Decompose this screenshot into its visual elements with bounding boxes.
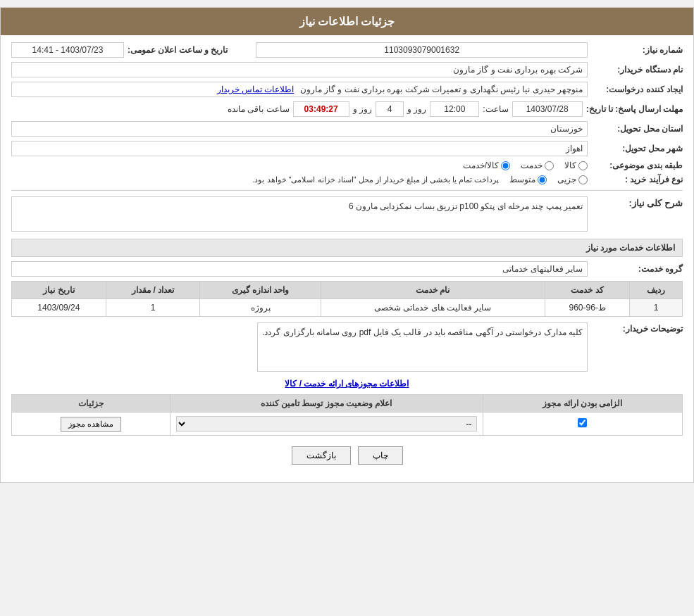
requester-label: ایجاد کننده درخواست: <box>591 84 683 94</box>
contact-link[interactable]: اطلاعات تماس خریدار <box>217 84 295 94</box>
response-date: 1403/07/28 <box>512 101 583 117</box>
announce-date-label: تاریخ و ساعت اعلان عمومی: <box>128 45 228 55</box>
back-button[interactable]: بازگشت <box>292 446 351 465</box>
buyer-notes-label: توضیحات خریدار: <box>591 322 683 334</box>
buyer-org-label: نام دستگاه خریدار: <box>591 65 683 75</box>
purchase-type-note: پرداخت تمام یا بخشی از مبلغ خریدار از مح… <box>252 175 499 184</box>
purchase-motevaset: متوسط <box>509 175 547 184</box>
province-value: خوزستان <box>11 121 588 137</box>
service-qty: 1 <box>106 299 200 317</box>
city-label: شهر محل تحویل: <box>591 144 683 153</box>
buyer-org-row: نام دستگاه خریدار: شرکت بهره برداری نفت … <box>11 62 683 77</box>
purchase-type-label: نوع فرآیند خرید : <box>591 175 683 184</box>
category-khedmat-radio[interactable] <box>545 161 554 170</box>
col-qty: تعداد / مقدار <box>106 282 200 299</box>
category-row: طبقه بندی موضوعی: کالا خدمت کالا/خدمت <box>11 161 683 170</box>
perm-status-select[interactable]: -- <box>176 416 477 432</box>
permissions-table: الزامی بودن ارائه مجوز اعلام وضعیت مجوز … <box>11 394 683 436</box>
category-khedmat: خدمت <box>521 161 554 170</box>
requester-row: ایجاد کننده درخواست: منوچهر حیدری نیا رئ… <box>11 82 683 97</box>
perm-status-cell: -- <box>170 413 483 436</box>
category-label: طبقه بندی موضوعی: <box>591 161 683 170</box>
response-days-label: روز و <box>407 104 426 114</box>
col-row: ردیف <box>630 282 683 299</box>
category-kala-radio[interactable] <box>578 161 588 170</box>
perm-detail-cell: مشاهده مجوز <box>12 413 171 436</box>
need-description-value: تعمیر پمپ چند مرحله ای پتکو p100 تزریق ب… <box>11 196 588 232</box>
response-time: 12:00 <box>430 101 479 117</box>
service-unit: پروژه <box>200 299 321 317</box>
category-radio-group: کالا خدمت کالا/خدمت <box>463 161 588 170</box>
services-table: ردیف کد خدمت نام خدمت واحد اندازه گیری ت… <box>11 281 683 317</box>
service-group-row: گروه خدمت: سایر فعالیتهای خدماتی <box>11 261 683 277</box>
category-kala-khedmat: کالا/خدمت <box>463 161 510 170</box>
page-container: جزئیات اطلاعات نیاز شماره نیاز: 11030930… <box>0 7 694 483</box>
service-code: ط-96-960 <box>545 299 629 317</box>
print-button[interactable]: چاپ <box>358 446 403 465</box>
category-kala: کالا <box>564 161 588 170</box>
action-buttons: چاپ بازگشت <box>11 446 683 465</box>
purchase-jozee-label: جزیی <box>557 175 576 184</box>
need-description-label: شرح کلی نیاز: <box>591 196 683 208</box>
permissions-title[interactable]: اطلاعات مجوزهای ارائه خدمت / کالا <box>11 379 683 389</box>
response-days: 4 <box>376 101 404 117</box>
category-kala-khedmat-label: کالا/خدمت <box>463 161 499 170</box>
permissions-section: اطلاعات مجوزهای ارائه خدمت / کالا الزامی… <box>11 379 683 436</box>
purchase-motevaset-radio[interactable] <box>538 175 547 184</box>
announce-date-value: 1403/07/23 - 14:41 <box>11 42 124 58</box>
service-group-label: گروه خدمت: <box>591 264 683 274</box>
purchase-type-row: نوع فرآیند خرید : جزیی متوسط پرداخت تمام… <box>11 175 683 184</box>
perm-col-status: اعلام وضعیت مجوز توسط تامین کننده <box>170 395 483 413</box>
need-number-row: شماره نیاز: 1103093079001632 تاریخ و ساع… <box>11 42 683 58</box>
province-label: استان محل تحویل: <box>591 124 683 134</box>
buyer-notes-row: توضیحات خریدار: کلیه مدارک درخواستی در آ… <box>11 322 683 372</box>
buyer-org-value: شرکت بهره برداری نفت و گاز مارون <box>11 62 588 77</box>
need-description-row: شرح کلی نیاز: تعمیر پمپ چند مرحله ای پتک… <box>11 196 683 232</box>
response-time-label: ساعت: <box>483 104 508 114</box>
perm-col-details: جزئیات <box>12 395 171 413</box>
service-date: 1403/09/24 <box>12 299 106 317</box>
response-deadline-row: مهلت ارسال پاسخ: تا تاریخ: 1403/07/28 سا… <box>11 101 683 117</box>
perm-required-checkbox[interactable] <box>578 418 587 427</box>
perm-required-cell <box>483 413 682 436</box>
col-name: نام خدمت <box>321 282 545 299</box>
service-row: 1 ط-96-960 سایر فعالیت های خدماتی شخصی پ… <box>12 299 683 317</box>
permission-row: -- مشاهده مجوز <box>12 413 683 436</box>
province-row: استان محل تحویل: خوزستان <box>11 121 683 137</box>
perm-col-required: الزامی بودن ارائه مجوز <box>483 395 682 413</box>
response-remaining-label-text: روز و <box>353 104 372 114</box>
city-row: شهر محل تحویل: اهواز <box>11 141 683 156</box>
services-section-title: اطلاعات خدمات مورد نیاز <box>11 239 683 257</box>
purchase-jozee: جزیی <box>557 175 588 184</box>
category-khedmat-label: خدمت <box>521 161 543 170</box>
response-deadline-label: مهلت ارسال پاسخ: تا تاریخ: <box>586 104 683 114</box>
city-value: اهواز <box>11 141 588 156</box>
page-title: جزئیات اطلاعات نیاز <box>1 8 693 35</box>
service-row-num: 1 <box>630 299 683 317</box>
view-permission-button[interactable]: مشاهده مجوز <box>61 417 121 432</box>
purchase-type-radio-group: جزیی متوسط <box>509 175 588 184</box>
requester-value: منوچهر حیدری نیا رئیس نگهداری و تعمیرات … <box>11 82 588 97</box>
purchase-motevaset-label: متوسط <box>509 175 535 184</box>
response-remaining: 03:49:27 <box>293 101 349 117</box>
remaining-hours-label: ساعت باقی مانده <box>228 104 290 114</box>
need-number-label: شماره نیاز: <box>591 45 683 55</box>
need-number-value: 1103093079001632 <box>256 42 588 58</box>
purchase-jozee-radio[interactable] <box>578 175 588 184</box>
col-unit: واحد اندازه گیری <box>200 282 321 299</box>
buyer-notes-value: کلیه مدارک درخواستی در آگهی مناقصه باید … <box>257 322 588 372</box>
category-kala-label: کالا <box>564 161 576 170</box>
category-kala-khedmat-radio[interactable] <box>501 161 510 170</box>
service-name: سایر فعالیت های خدماتی شخصی <box>321 299 545 317</box>
col-code: کد خدمت <box>545 282 629 299</box>
service-group-value: سایر فعالیتهای خدماتی <box>11 261 588 277</box>
col-date: تاریخ نیاز <box>12 282 106 299</box>
